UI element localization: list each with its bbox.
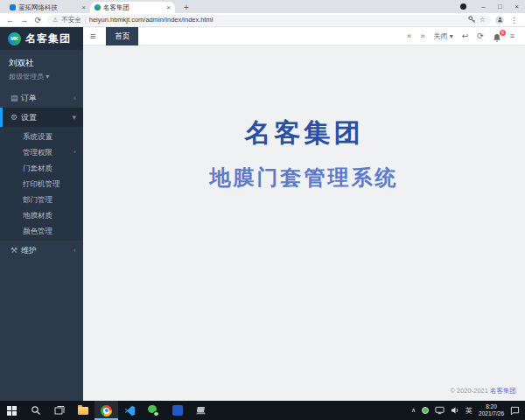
page-subtitle: 地膜门套管理系统	[83, 164, 525, 192]
submenu-printer-management[interactable]: 打印机管理	[0, 176, 83, 192]
ime-indicator[interactable]: 英	[466, 406, 472, 416]
speaker-icon[interactable]	[451, 406, 459, 415]
browser-tab-active[interactable]: 名客集团 ×	[90, 2, 175, 13]
security-label: 不安全	[61, 16, 81, 24]
browser-menu-icon[interactable]: ⋮	[508, 16, 520, 24]
tab-home[interactable]: 首页	[106, 27, 138, 46]
tray-expand-icon[interactable]: ∧	[411, 407, 416, 414]
search-icon	[31, 405, 41, 416]
reload-button[interactable]: ⟳	[33, 14, 43, 26]
clock-time: 8:20	[486, 403, 497, 410]
caret-down-icon: ▾	[450, 32, 453, 40]
address-bar[interactable]: ⚠ 不安全 heiyun.hbmkjt.com/admin/Index/inde…	[47, 15, 491, 25]
profile-dot-icon[interactable]	[460, 4, 466, 10]
tab-title: 蓝拓网络科技	[18, 4, 79, 12]
bookmark-star-icon[interactable]: ☆	[480, 16, 486, 24]
chevron-down-icon: ▾	[72, 113, 76, 122]
clock-date: 2021/7/26	[479, 410, 504, 416]
orders-icon: ▤	[10, 94, 21, 102]
page-title: 名客集团	[83, 46, 525, 151]
user-block: 刘双社 超级管理员 ▾	[0, 50, 83, 88]
submenu-department-management[interactable]: 部门管理	[0, 192, 83, 207]
wechat-tray-icon[interactable]	[422, 407, 429, 414]
scroll-tabs-left-icon[interactable]: «	[407, 27, 411, 46]
system-tray: ∧ 英 8:20 2021/7/26	[411, 401, 525, 420]
windows-logo-icon	[7, 406, 17, 416]
url-text[interactable]: heiyun.hbmkjt.com/admin/Index/index.html	[89, 16, 214, 24]
gear-icon: ⚙	[10, 113, 21, 122]
profile-avatar[interactable]	[495, 16, 504, 24]
tab-close-icon[interactable]: ×	[166, 4, 171, 11]
sidebar-item-settings[interactable]: ⚙ 设置 ▾	[0, 108, 83, 127]
caret-down-icon: ▾	[46, 73, 49, 80]
security-warning-icon[interactable]: ⚠	[52, 17, 58, 24]
admin-sidebar: MK 名客集团 刘双社 超级管理员 ▾ ▤ 订单 ‹ ⚙ 设置 ▾ 系统设置 管…	[0, 27, 83, 401]
tab-favicon	[10, 4, 16, 10]
new-tab-button[interactable]: +	[181, 2, 192, 13]
submenu-doorcover-material[interactable]: 门套材质	[0, 160, 83, 176]
wechat-icon	[148, 405, 159, 416]
company-name: 名客集团	[25, 32, 71, 46]
submenu-color-management[interactable]: 颜色管理	[0, 223, 83, 239]
person-icon	[497, 17, 503, 23]
copyright-link[interactable]: 名客集团	[490, 387, 516, 395]
chrome-icon	[101, 405, 112, 416]
taskbar-search-button[interactable]	[24, 401, 47, 420]
chrome-taskbar-button[interactable]	[94, 401, 118, 420]
password-key-icon[interactable]	[468, 16, 476, 24]
settings-submenu: 系统设置 管理权限‹ 门套材质 打印机管理 部门管理 地膜材质 颜色管理	[0, 127, 83, 241]
refresh-icon[interactable]: ⟳	[477, 27, 484, 46]
scroll-tabs-right-icon[interactable]: »	[420, 27, 424, 46]
main-content: 名客集团 地膜门套管理系统 © 2020-2021 名客集团	[83, 46, 525, 401]
copyright-text: © 2020-2021	[450, 387, 487, 395]
folder-icon	[78, 407, 88, 415]
app-taskbar-button-1[interactable]	[165, 401, 189, 420]
notification-bell-button[interactable]: 9	[493, 29, 501, 43]
blue-app-icon	[172, 405, 183, 416]
company-logo-icon: MK	[8, 32, 21, 46]
tab-close-icon[interactable]: ×	[81, 4, 86, 11]
wechat-taskbar-button[interactable]	[142, 401, 165, 420]
app-taskbar-button-2[interactable]	[189, 401, 213, 420]
submenu-groundfilm-material[interactable]: 地膜材质	[0, 207, 83, 223]
task-view-icon	[54, 405, 65, 416]
file-explorer-button[interactable]	[71, 401, 94, 420]
back-button[interactable]: ←	[5, 14, 15, 26]
window-close-button[interactable]: ×	[508, 0, 525, 13]
forward-button[interactable]: →	[19, 14, 29, 26]
topbar-actions: « » 关闭 ▾ ↩ ⟳ 9 ≡	[407, 27, 525, 46]
copyright-footer: © 2020-2021 名客集团	[450, 387, 516, 396]
submenu-admin-permissions[interactable]: 管理权限‹	[0, 144, 83, 160]
divider	[85, 17, 86, 24]
submenu-system-settings[interactable]: 系统设置	[0, 129, 83, 144]
vscode-icon	[124, 405, 136, 416]
undo-icon[interactable]: ↩	[462, 27, 469, 46]
sidebar-logo[interactable]: MK 名客集团	[0, 27, 83, 50]
browser-toolbar: ← → ⟳ ⚠ 不安全 heiyun.hbmkjt.com/admin/Inde…	[0, 13, 525, 27]
start-button[interactable]	[0, 401, 24, 420]
windows-taskbar: ∧ 英 8:20 2021/7/26	[0, 401, 525, 420]
window-maximize-button[interactable]: □	[492, 0, 508, 13]
network-display-icon[interactable]	[435, 406, 444, 415]
sidebar-item-maintenance[interactable]: ⚒ 维护 ‹	[0, 241, 83, 260]
tab-title: 名客集团	[103, 4, 164, 12]
chevron-left-icon: ‹	[74, 144, 76, 160]
taskbar-clock[interactable]: 8:20 2021/7/26	[479, 403, 504, 417]
vscode-taskbar-button[interactable]	[118, 401, 142, 420]
chevron-left-icon: ‹	[74, 246, 76, 255]
user-name: 刘双社	[9, 58, 74, 69]
user-role-dropdown[interactable]: 超级管理员 ▾	[9, 72, 74, 81]
sidebar-item-orders[interactable]: ▤ 订单 ‹	[0, 88, 83, 108]
window-minimize-button[interactable]: –	[475, 0, 492, 13]
wrench-icon: ⚒	[10, 246, 21, 255]
browser-tab-strip: 蓝拓网络科技 × 名客集团 × + – □ ×	[0, 0, 525, 13]
close-tabs-dropdown[interactable]: 关闭 ▾	[433, 27, 452, 46]
more-menu-icon[interactable]: ≡	[510, 27, 514, 46]
chevron-left-icon: ‹	[74, 94, 76, 102]
tab-favicon	[94, 4, 101, 10]
window-controls: – □ ×	[460, 0, 525, 13]
browser-tab-other[interactable]: 蓝拓网络科技 ×	[5, 2, 90, 13]
action-center-icon[interactable]	[510, 406, 520, 416]
sidebar-toggle-icon[interactable]: ≡	[83, 31, 102, 41]
task-view-button[interactable]	[47, 401, 71, 420]
